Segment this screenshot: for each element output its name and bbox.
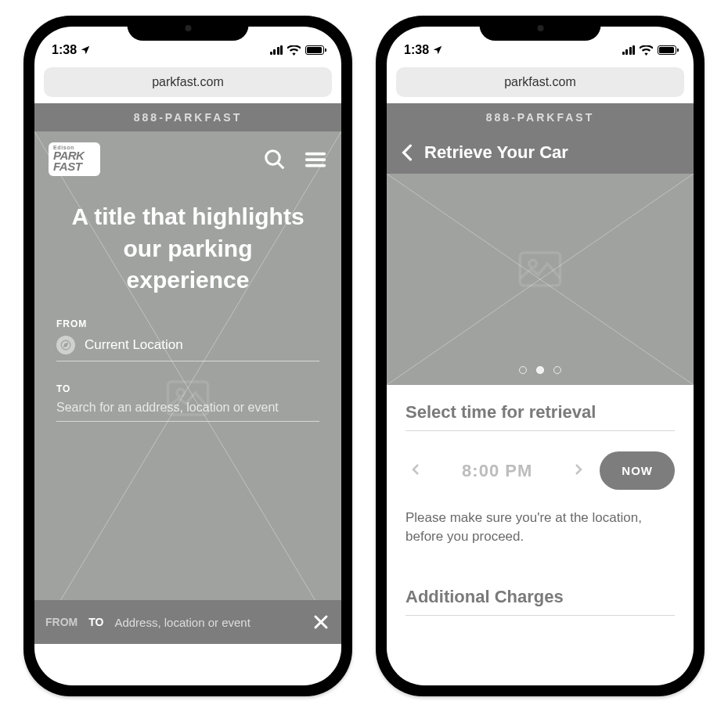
screen-left: 1:38 parkfast.com 888-PARKFAST Edison PA… <box>34 27 341 685</box>
sticky-tab-to[interactable]: TO <box>88 616 103 628</box>
page-title: Retrieve Your Car <box>424 142 568 163</box>
sticky-tab-from[interactable]: FROM <box>45 616 77 628</box>
section-title-charges: Additional Charges <box>405 587 675 607</box>
from-label: FROM <box>56 318 319 329</box>
svg-marker-10 <box>64 343 68 347</box>
svg-point-4 <box>266 150 280 164</box>
time-stepper: 8:00 PM <box>405 457 589 485</box>
battery-icon <box>305 45 324 55</box>
hero-section: Edison PARK FAST A title that highlights… <box>34 131 341 644</box>
now-button[interactable]: NOW <box>600 451 675 490</box>
status-time: 1:38 <box>52 43 77 57</box>
location-arrow-icon <box>80 45 91 56</box>
phone-banner[interactable]: 888-PARKFAST <box>34 103 341 131</box>
retrieval-content: Select time for retrieval 8:00 PM NOW Pl… <box>387 385 694 616</box>
svg-rect-15 <box>520 253 560 286</box>
menu-icon[interactable] <box>304 148 327 171</box>
hero-title: A title that highlights our parking expe… <box>34 184 341 318</box>
helper-text: Please make sure you're at the location,… <box>405 509 675 546</box>
compass-icon <box>56 336 75 354</box>
browser-url-bar[interactable]: parkfast.com <box>396 67 684 97</box>
phone-frame-right: 1:38 parkfast.com 888-PARKFAST Retrieve … <box>376 16 705 696</box>
to-label: TO <box>56 383 319 394</box>
divider <box>405 615 675 616</box>
status-time: 1:38 <box>404 43 429 57</box>
carousel-dots[interactable] <box>519 366 561 374</box>
to-field[interactable]: Search for an address, location or event <box>56 401 319 422</box>
logo-line2: FAST <box>53 161 96 172</box>
close-icon[interactable] <box>312 613 330 631</box>
brand-logo[interactable]: Edison PARK FAST <box>49 142 100 176</box>
browser-url-bar[interactable]: parkfast.com <box>44 67 332 97</box>
notch <box>128 16 249 41</box>
to-placeholder: Search for an address, location or event <box>56 401 279 415</box>
wifi-icon <box>640 45 653 56</box>
back-chevron-icon[interactable] <box>401 144 413 161</box>
notch <box>480 16 601 41</box>
phone-banner[interactable]: 888-PARKFAST <box>387 103 694 131</box>
screen-right: 1:38 parkfast.com 888-PARKFAST Retrieve … <box>387 27 694 685</box>
time-increment[interactable] <box>568 457 589 485</box>
svg-line-5 <box>278 162 284 168</box>
page-header: Retrieve Your Car <box>387 131 694 174</box>
image-placeholder-icon <box>518 250 562 288</box>
time-row: 8:00 PM NOW <box>405 451 675 490</box>
cell-signal-icon <box>622 45 636 55</box>
image-carousel[interactable] <box>387 174 694 385</box>
dot-2[interactable] <box>536 366 544 374</box>
wifi-icon <box>287 45 301 56</box>
section-title-time: Select time for retrieval <box>405 402 675 423</box>
url-text: parkfast.com <box>152 75 224 89</box>
divider <box>405 430 675 431</box>
svg-point-16 <box>529 260 536 267</box>
sticky-input[interactable]: Address, location or event <box>114 616 301 629</box>
time-value[interactable]: 8:00 PM <box>462 461 532 481</box>
sticky-search-bar: FROM TO Address, location or event <box>34 600 341 644</box>
top-nav: Edison PARK FAST <box>34 131 341 184</box>
from-value: Current Location <box>85 337 183 353</box>
url-text: parkfast.com <box>504 75 576 89</box>
time-decrement[interactable] <box>405 457 426 485</box>
location-arrow-icon <box>432 45 443 56</box>
dot-3[interactable] <box>553 366 561 374</box>
battery-icon <box>658 45 676 55</box>
from-field[interactable]: Current Location <box>56 336 319 361</box>
search-icon[interactable] <box>263 148 287 171</box>
phone-frame-left: 1:38 parkfast.com 888-PARKFAST Edison PA… <box>23 16 352 696</box>
search-form: FROM Current Location TO Search for an a… <box>34 318 341 422</box>
dot-1[interactable] <box>519 366 527 374</box>
cell-signal-icon <box>270 45 283 55</box>
